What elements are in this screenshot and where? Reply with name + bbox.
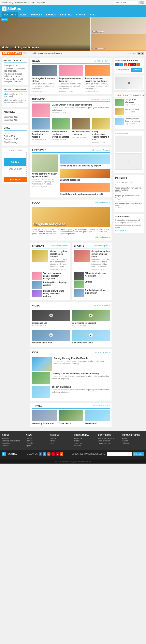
news-title-2[interactable]: Restaurant worker serving two fast foods <box>85 77 110 82</box>
kids-title-1[interactable]: The girl playground <box>52 386 110 388</box>
fashion-more[interactable]: All Posts in Fashion » <box>51 245 68 247</box>
sports-featured-title[interactable]: Group training in a gym of a fitness cen… <box>91 250 110 258</box>
play-button-2[interactable]: ▶ <box>49 333 53 337</box>
recent-post-3[interactable]: Social media buy with two speech bubble <box>4 78 27 83</box>
kids-more[interactable]: All Posts in Kids » <box>95 351 110 353</box>
hero-side-1[interactable]: Post Full Width <box>90 17 146 34</box>
business-title-3[interactable]: Young businessman relaxing reading a boo… <box>92 130 110 141</box>
food-more[interactable]: All Posts in Food » <box>95 202 110 204</box>
footer-about-1[interactable]: Learning & Repertoire <box>2 440 24 442</box>
hero-side-2[interactable]: Post List Sidebar <box>90 34 146 51</box>
video-img-1[interactable]: ▶ <box>72 310 110 321</box>
sports-title-2[interactable]: Football player with a blue uniform <box>85 289 110 296</box>
video-title-2[interactable]: Meet Inbox by Gmail <box>32 342 70 344</box>
popular-title-0[interactable]: The girl in the playground <box>125 99 142 103</box>
video-title-1[interactable]: Dont Hug Me Im Scared 5 <box>72 322 110 324</box>
nav-business[interactable]: BUSINESS <box>29 12 44 17</box>
social-facebook[interactable]: f <box>115 63 119 66</box>
nav-home[interactable]: Home <box>2 2 7 4</box>
social-twitter[interactable]: t <box>120 63 123 66</box>
sports-more[interactable]: All Posts in Sports » <box>94 245 110 247</box>
popular-title-1[interactable]: An example post <box>125 108 139 110</box>
news-title-0[interactable]: Los Angeles downtown skyline <box>32 77 57 82</box>
ml-item-3[interactable]: Los Angeles downtown skyline at night 10… <box>115 202 142 209</box>
lifestyle-title-1[interactable]: Spaghetti bolognese <box>60 178 110 181</box>
footer-contribute-0[interactable]: Add to our database <box>98 438 120 440</box>
travel-title-2[interactable]: Travel item 3 <box>85 422 110 425</box>
sports-title-1[interactable]: Untitled <box>85 280 92 288</box>
breaking-next[interactable]: ▶ <box>141 52 144 54</box>
footer-news-0[interactable]: Business <box>26 438 48 440</box>
footer-google[interactable]: g <box>47 452 50 456</box>
archive-0[interactable]: December 2015 <box>4 116 27 118</box>
business-title-0[interactable]: Diverse Business People at a Meeting <box>32 130 50 138</box>
read-more-link[interactable]: Read More » <box>115 229 126 232</box>
social-rss[interactable]: r <box>137 63 140 66</box>
footer-twitter[interactable]: t <box>43 452 46 456</box>
comment-author-0[interactable]: admin <box>4 93 9 95</box>
footer-pinterest[interactable]: p <box>56 452 59 456</box>
nav-post-formats[interactable]: Post Formats <box>15 2 27 4</box>
kids-title-0[interactable]: Diversity Children Friendship Innocence … <box>52 372 110 375</box>
footer-news-3[interactable]: Sports <box>26 445 48 447</box>
kids-featured-title[interactable]: Family Having Fun On Beach <box>54 357 110 360</box>
business-title-1[interactable]: Two bookshops employees working on lapto… <box>52 130 70 138</box>
footer-contribute-2[interactable]: Report the news <box>98 442 120 444</box>
buy-now-button[interactable]: BUY NOW <box>4 178 27 182</box>
footer-popular-0[interactable]: Apple <box>122 438 144 440</box>
search-button[interactable]: 🔍 <box>140 1 144 4</box>
lifestyle-featured-title[interactable]: Young beautiful woman in spa environment <box>32 172 58 178</box>
footer-rss[interactable]: r <box>60 452 63 456</box>
video-title-3[interactable]: Just a Post with Video <box>72 342 110 344</box>
footer-about-0[interactable]: About us <box>2 438 24 440</box>
footer-social-3[interactable]: YouTube <box>74 445 96 447</box>
meta-wordpress[interactable]: WordPress.org <box>4 141 27 144</box>
video-img-0[interactable]: ▶ <box>32 310 70 321</box>
archive-1[interactable]: November 2015 <box>4 118 27 122</box>
footer-social-0[interactable]: Facebook <box>74 438 96 440</box>
fashion-title-1[interactable]: Pretty girl in cool spring weather <box>43 281 68 288</box>
breaking-prev[interactable]: ◀ <box>138 52 141 54</box>
social-pinterest[interactable]: p <box>132 63 136 66</box>
nav-features[interactable]: FEATURES <box>2 12 18 17</box>
play-button-1[interactable]: ▶ <box>89 314 93 317</box>
footer-logo[interactable]: S SiteBox <box>2 452 17 456</box>
fashion-title-0[interactable]: Two lovers posing against disaster backg… <box>43 272 68 280</box>
nav-contact[interactable]: Contact <box>28 2 35 4</box>
food-all-posts[interactable]: All Posts in Food » <box>32 236 110 239</box>
footer-facebook[interactable]: f <box>39 452 42 456</box>
recent-post-2[interactable]: Two diligent girls are looking at camera <box>4 72 27 78</box>
lifestyle-more[interactable]: All Posts in Lifestyle » <box>92 149 110 151</box>
footer-subscribe-button[interactable]: Subscribe <box>133 452 144 456</box>
play-button-0[interactable]: ▶ <box>49 314 53 317</box>
meta-comments[interactable]: Comments RSS <box>4 138 27 141</box>
nav-news[interactable]: NEWS <box>18 12 29 17</box>
business-featured-title[interactable]: Casual woman looking happy and smiling <box>52 104 110 106</box>
footer-youtube[interactable]: y <box>51 452 55 456</box>
video-more[interactable]: All Posts in Video » <box>94 304 110 306</box>
tab-popular[interactable]: POPULAR <box>115 93 125 98</box>
footer-regions-2[interactable]: Other <box>50 442 72 444</box>
business-title-2[interactable]: Businessman with coworkers <box>72 130 90 136</box>
nav-buy-now[interactable]: Buy Now <box>37 2 45 4</box>
comment-author-1[interactable]: admin <box>4 99 9 101</box>
social-google[interactable]: g <box>124 63 127 66</box>
hero-main[interactable]: NEWS Modern building and blue sky <box>0 17 90 50</box>
meta-login[interactable]: Log in <box>4 132 27 135</box>
news-title-1[interactable]: Elegant girl on street of italian city <box>59 77 84 82</box>
subscribe-button[interactable]: Subscribe <box>131 68 142 72</box>
video-img-3[interactable]: ▶ <box>72 330 110 341</box>
search-input[interactable] <box>114 1 139 4</box>
ml-item-0[interactable]: Just a Post with Video 1 <box>115 181 142 186</box>
tab-tags[interactable]: TAGS <box>144 93 146 98</box>
sports-title-0[interactable]: Silhouette of a fit man working out <box>85 272 110 279</box>
video-img-2[interactable]: ▶ <box>32 330 70 341</box>
footer-about-3[interactable]: Careers <box>2 445 24 447</box>
recent-post-1[interactable]: Full vector illustration of web analytic… <box>4 67 27 72</box>
lifestyle-title-2[interactable]: Beautiful girl with fresh pumpkin on the… <box>60 193 110 196</box>
meta-entries[interactable]: Entries RSS <box>4 135 27 138</box>
food-hero-img[interactable]: Spaghetti bolognese <box>32 207 110 227</box>
nav-sports[interactable]: SPORTS <box>74 12 87 17</box>
news-more[interactable]: All Posts in News » <box>94 60 110 62</box>
footer-email-input[interactable] <box>107 452 132 456</box>
